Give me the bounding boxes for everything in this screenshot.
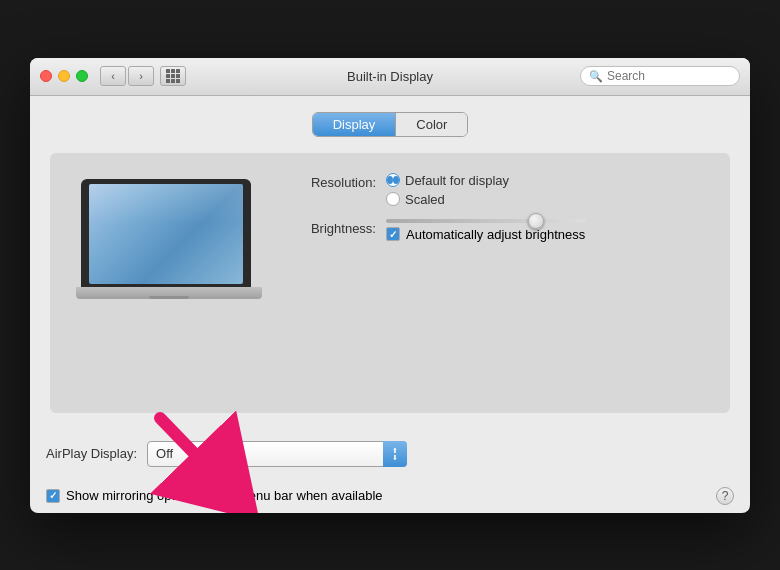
back-button[interactable]: ‹: [100, 66, 126, 86]
panel-inner: Resolution: Default for display: [66, 169, 714, 309]
resolution-default-option[interactable]: Default for display: [386, 173, 509, 188]
traffic-lights: [40, 70, 88, 82]
display-controls: Resolution: Default for display: [286, 169, 714, 254]
airplay-section: AirPlay Display: Off On: [30, 429, 750, 479]
brightness-slider-row: [386, 219, 586, 223]
auto-brightness-checkbox[interactable]: [386, 227, 400, 241]
laptop-base: [76, 287, 262, 299]
content-area: Display Color: [30, 96, 750, 429]
auto-brightness-row: Automatically adjust brightness: [386, 227, 586, 242]
laptop: [76, 179, 256, 299]
mirror-row: Show mirroring options in the menu bar w…: [46, 488, 383, 503]
resolution-default-radio[interactable]: [386, 173, 400, 187]
mirror-checkbox[interactable]: [46, 489, 60, 503]
bottom-bar: Show mirroring options in the menu bar w…: [30, 479, 750, 513]
system-preferences-window: ‹ › Built-in Display 🔍 Displa: [30, 58, 750, 513]
titlebar: ‹ › Built-in Display 🔍: [30, 58, 750, 96]
nav-buttons: ‹ ›: [100, 66, 154, 86]
brightness-slider-thumb[interactable]: [528, 213, 544, 229]
minimize-button[interactable]: [58, 70, 70, 82]
resolution-row: Resolution: Default for display: [286, 173, 714, 207]
tab-group: Display Color: [312, 112, 469, 137]
search-icon: 🔍: [589, 70, 603, 83]
airplay-label: AirPlay Display:: [46, 446, 137, 461]
resolution-scaled-radio[interactable]: [386, 192, 400, 206]
laptop-image: [66, 169, 266, 309]
tab-display[interactable]: Display: [313, 113, 397, 136]
resolution-options: Default for display Scaled: [386, 173, 509, 207]
airplay-select-wrapper: Off On: [147, 441, 407, 467]
mirror-label: Show mirroring options in the menu bar w…: [66, 488, 383, 503]
close-button[interactable]: [40, 70, 52, 82]
grid-view-button[interactable]: [160, 66, 186, 86]
display-panel: Resolution: Default for display: [50, 153, 730, 413]
laptop-screen: [89, 184, 243, 284]
brightness-slider-track[interactable]: [386, 219, 586, 223]
maximize-button[interactable]: [76, 70, 88, 82]
laptop-screen-outer: [81, 179, 251, 287]
search-bar[interactable]: 🔍: [580, 66, 740, 86]
resolution-scaled-label: Scaled: [405, 192, 445, 207]
resolution-scaled-option[interactable]: Scaled: [386, 192, 509, 207]
grid-icon: [166, 69, 180, 83]
brightness-label: Brightness:: [286, 219, 376, 236]
window-title: Built-in Display: [347, 69, 433, 84]
help-button[interactable]: ?: [716, 487, 734, 505]
brightness-row: Brightness: Automatically adjust brigh: [286, 219, 714, 242]
airplay-select[interactable]: Off On: [147, 441, 407, 467]
resolution-label: Resolution:: [286, 173, 376, 190]
tab-bar: Display Color: [50, 112, 730, 137]
resolution-default-label: Default for display: [405, 173, 509, 188]
auto-brightness-label: Automatically adjust brightness: [406, 227, 585, 242]
forward-button[interactable]: ›: [128, 66, 154, 86]
tab-color[interactable]: Color: [396, 113, 467, 136]
brightness-controls: Automatically adjust brightness: [386, 219, 586, 242]
search-input[interactable]: [607, 69, 731, 83]
